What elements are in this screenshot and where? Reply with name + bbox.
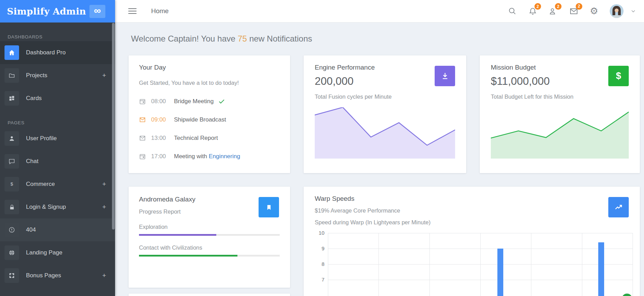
civilizations-progress-bar: [139, 255, 280, 257]
andromeda-galaxy-card: Andromeda Galaxy Progress Report Explora…: [129, 187, 290, 288]
expand-icon: [5, 268, 19, 283]
chat-icon: [5, 154, 19, 169]
mission-budget-sparkline: [491, 107, 629, 159]
engine-performance-sparkline: [315, 107, 455, 159]
chevron-down-icon: [630, 8, 636, 14]
cards-row-1: Your Day Get Started, You have a lot to …: [129, 55, 640, 173]
trending-up-icon: [614, 203, 623, 212]
notifications-button[interactable]: 2: [528, 7, 537, 16]
mail-badge: 2: [576, 3, 582, 10]
schedule-item[interactable]: 09:00 Shipwide Broadcast: [139, 110, 280, 129]
sidebar-item-landing-page[interactable]: Landing Page: [0, 241, 115, 264]
exploration-progress-bar: [139, 234, 280, 236]
y-axis-tick: 9: [315, 245, 324, 251]
avatar[interactable]: [610, 4, 624, 18]
y-axis-tick: 10: [315, 230, 324, 236]
card-subtitle: Total Fusion cycles per Minute: [315, 93, 455, 100]
bookmark-button[interactable]: [259, 197, 279, 217]
settings-button[interactable]: ⚙: [590, 7, 598, 16]
dollar-icon: $: [5, 177, 19, 191]
mission-budget-card: Mission Budget $11,000,000 Total Budget …: [480, 55, 640, 173]
admin-dashboard-app: Simplify Admin ∞ DASHBOARDS Dashboard Pr…: [0, 0, 644, 296]
gridline: [480, 233, 481, 296]
check-icon: [218, 98, 225, 105]
error-icon: [5, 223, 19, 237]
sidebar-item-user-profile[interactable]: User Profile: [0, 127, 115, 150]
card-subtitle: $19% Average Core Performance: [315, 207, 633, 214]
warp-speed-bar: [598, 242, 604, 296]
search-button[interactable]: [508, 7, 517, 16]
card-subtitle: Get Started, You have a lot to do today!: [139, 80, 280, 86]
engine-performance-card: Engine Performance 200,000 Total Fusion …: [304, 55, 466, 173]
gridline: [378, 233, 379, 296]
sidebar-item-dashboard-pro[interactable]: Dashboard Pro: [0, 41, 115, 64]
download-button[interactable]: [435, 66, 455, 86]
sidebar-item-login-signup[interactable]: Login & Signup +: [0, 196, 115, 218]
folder-icon: [5, 68, 19, 83]
avatar-image: [610, 4, 624, 18]
sidebar-toggle-button[interactable]: ∞: [89, 5, 105, 18]
sidebar: Simplify Admin ∞ DASHBOARDS Dashboard Pr…: [0, 0, 115, 296]
sidebar-item-cards[interactable]: Cards: [0, 87, 115, 110]
mail-icon: [139, 116, 146, 123]
infinity-icon: ∞: [94, 6, 101, 16]
schedule-list: 08:00 Bridge Meeting 09:00 Shipwide B: [139, 92, 280, 165]
welcome-prefix: Welcome Captain! You have: [131, 34, 238, 43]
user-badge: 2: [555, 3, 562, 10]
y-axis-tick: 8: [315, 261, 324, 267]
sidebar-item-chat[interactable]: Chat: [0, 150, 115, 173]
warp-speeds-card: Warp Speeds $19% Average Core Performanc…: [304, 187, 640, 296]
progress-label: Contact with Civilizations: [139, 244, 280, 251]
section-label-dashboards: DASHBOARDS: [0, 33, 115, 41]
dollar-icon: $: [616, 71, 621, 81]
sidebar-item-projects[interactable]: Projects +: [0, 64, 115, 87]
bookmark-icon: [265, 204, 273, 211]
notification-count: 75: [238, 34, 247, 43]
sidebar-item-bonus-pages[interactable]: Bonus Pages +: [0, 264, 115, 287]
warp-speed-bar: [497, 249, 503, 296]
schedule-item[interactable]: 08:00 Bridge Meeting: [139, 92, 280, 110]
card-title: Your Day: [139, 64, 280, 71]
schedule-item[interactable]: 17:00 Meeting with Enginnering: [139, 147, 280, 165]
hamburger-menu-icon[interactable]: [128, 7, 137, 16]
sidebar-item-commerce[interactable]: $ Commerce +: [0, 173, 115, 196]
section-label-pages: PAGES: [0, 119, 115, 127]
progress-label: Exploration: [139, 224, 280, 230]
mail-icon: [139, 135, 146, 142]
engineering-link[interactable]: Enginnering: [209, 153, 240, 160]
svg-text:$: $: [10, 181, 13, 187]
your-day-card: Your Day Get Started, You have a lot to …: [129, 55, 290, 173]
brand-bar: Simplify Admin ∞: [0, 0, 115, 23]
schedule-item[interactable]: 13:00 Technical Report: [139, 129, 280, 147]
content: Welcome Captain! You have 75 new Notific…: [115, 23, 644, 296]
warp-plot: 10987: [328, 233, 633, 296]
budget-button[interactable]: $: [608, 66, 629, 86]
chart-caption: Speed during Warp (In Lightyears per Min…: [315, 219, 633, 226]
welcome-suffix: new Notifications: [247, 34, 312, 43]
card-subtitle: Total Budget Left for this Mission: [491, 93, 629, 100]
cards-row-2: Andromeda Galaxy Progress Report Explora…: [129, 187, 640, 296]
gridline: [582, 233, 582, 296]
messages-button[interactable]: 2: [569, 7, 578, 16]
gridline: [429, 233, 430, 296]
globe-icon: [5, 245, 19, 260]
home-icon: [5, 45, 19, 60]
calendar-icon: [139, 153, 146, 160]
calendar-icon: [139, 98, 146, 105]
welcome-heading: Welcome Captain! You have 75 new Notific…: [131, 34, 640, 44]
gridline: [633, 233, 633, 296]
user-requests-button[interactable]: 2: [549, 7, 558, 16]
main-area: Home 2 2: [115, 0, 644, 296]
sidebar-scrollbar-thumb[interactable]: [112, 23, 115, 230]
sidebar-item-404[interactable]: 404: [0, 218, 115, 241]
trend-button[interactable]: [608, 197, 629, 217]
page-title: Home: [151, 7, 169, 15]
brand-title: Simplify Admin: [7, 6, 86, 17]
notifications-badge: 2: [534, 3, 541, 10]
profile-menu-button[interactable]: [630, 8, 636, 14]
topbar-actions: 2 2 2 ⚙: [508, 4, 636, 18]
gridline: [328, 233, 328, 296]
y-axis-tick: 7: [315, 277, 324, 282]
card-title: Warp Speeds: [315, 195, 633, 203]
gridline: [531, 233, 531, 296]
